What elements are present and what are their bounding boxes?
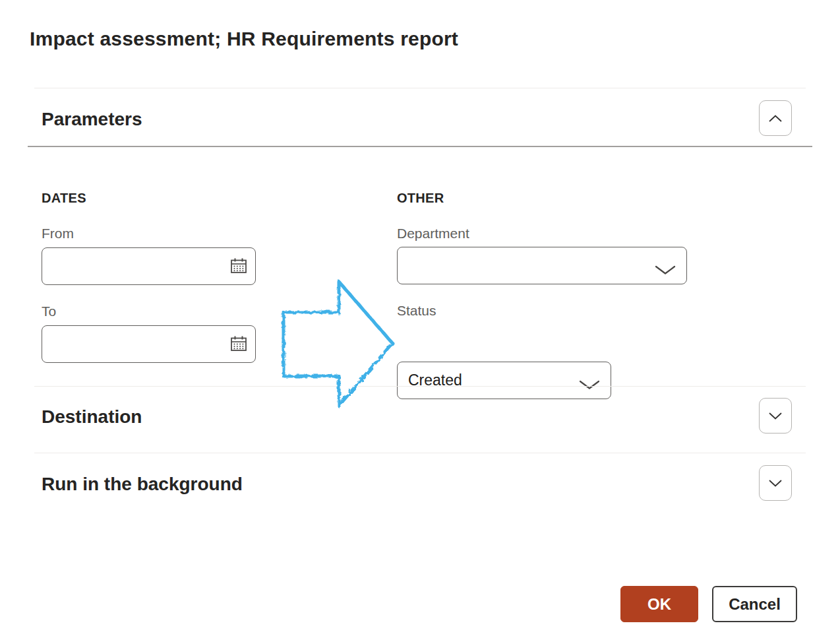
- group-heading-other: OTHER: [397, 191, 444, 206]
- status-dropdown[interactable]: Created: [397, 362, 611, 399]
- from-date-input[interactable]: [42, 247, 256, 285]
- to-label: To: [42, 304, 56, 319]
- cancel-button[interactable]: Cancel: [712, 586, 797, 622]
- destination-expand-button[interactable]: [759, 398, 792, 433]
- hand-drawn-arrow-right-icon: [264, 264, 409, 419]
- chevron-down-icon: [579, 376, 600, 394]
- to-date-input[interactable]: [42, 325, 256, 363]
- report-dialog: Impact assessment; HR Requirements repor…: [0, 0, 840, 642]
- to-field-wrap: [42, 325, 256, 363]
- calendar-icon[interactable]: [229, 335, 248, 353]
- from-label: From: [42, 226, 74, 241]
- divider: [34, 88, 806, 88]
- section-header-run-in-background: Run in the background: [42, 474, 243, 495]
- run-in-background-expand-button[interactable]: [759, 465, 792, 501]
- ok-button[interactable]: OK: [620, 586, 698, 622]
- group-heading-dates: DATES: [42, 191, 86, 206]
- department-dropdown[interactable]: [397, 247, 687, 284]
- department-label: Department: [397, 226, 469, 241]
- page-title: Impact assessment; HR Requirements repor…: [30, 28, 458, 50]
- section-header-destination: Destination: [42, 406, 142, 428]
- chevron-up-icon: [769, 115, 782, 122]
- divider: [34, 453, 806, 453]
- divider: [28, 146, 812, 147]
- chevron-down-icon: [769, 412, 782, 420]
- parameters-collapse-button[interactable]: [759, 100, 792, 136]
- status-label: Status: [397, 303, 436, 319]
- chevron-down-icon: [655, 261, 676, 279]
- calendar-icon[interactable]: [229, 257, 248, 275]
- section-header-parameters: Parameters: [42, 109, 142, 130]
- divider: [34, 386, 806, 387]
- chevron-down-icon: [769, 480, 782, 487]
- from-field-wrap: [42, 247, 256, 285]
